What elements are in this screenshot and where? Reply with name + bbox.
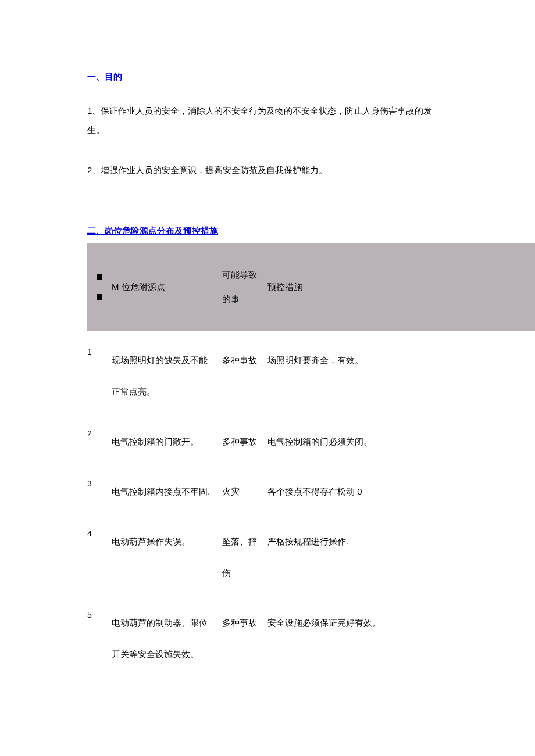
square-icon xyxy=(97,294,102,300)
cell-measure: 安全设施必须保证完好有效。 xyxy=(268,607,535,639)
table-header-event: 可能导致的事 xyxy=(222,263,268,311)
cell-measure: 场照明灯要齐全，有效。 xyxy=(268,345,535,376)
cell-event: 坠落、摔伤 xyxy=(222,526,268,589)
table-row: 1 现场照明灯的缺失及不能正常点亮。 多种事故 场照明灯要齐全，有效。 xyxy=(87,331,535,412)
table-row: 4 电动葫芦操作失误。 坠落、摔伤 严格按规程进行操作. xyxy=(87,512,535,593)
cell-num: 5 xyxy=(87,607,112,621)
cell-source: 电动葫芦操作失误。 xyxy=(112,526,222,557)
section-2-heading: 二、岗位危险源点分布及预控措施 xyxy=(87,224,448,238)
cell-event: 多种事故 xyxy=(222,345,268,376)
cell-event: 多种事故 xyxy=(222,426,268,457)
risk-table: M 位危附源点 可能导致的事 预控措施 1 现场照明灯的缺失及不能正常点亮。 多… xyxy=(87,243,535,675)
table-header-num xyxy=(87,274,112,300)
table-header-row: M 位危附源点 可能导致的事 预控措施 xyxy=(87,243,535,331)
table-row: 3 电气控制箱内接点不牢固. 火灾 各个接点不得存在松动 0 xyxy=(87,462,535,512)
cell-num: 3 xyxy=(87,476,112,490)
section-1-para-1: 1、保证作业人员的安全，消除人的不安全行为及物的不安全状态，防止人身伤害事故的发… xyxy=(87,101,448,139)
cell-event: 多种事故 xyxy=(222,607,268,639)
cell-source: 电气控制箱内接点不牢固. xyxy=(112,476,222,507)
cell-num: 4 xyxy=(87,526,112,540)
square-icon xyxy=(97,274,102,280)
section-1-heading: 一、目的 xyxy=(87,70,448,84)
table-header-source: M 位危附源点 xyxy=(112,275,222,299)
cell-event: 火灾 xyxy=(222,476,268,507)
table-row: 2 电气控制箱的门敞开。 多种事故 电气控制箱的门必须关闭。 xyxy=(87,412,535,462)
cell-num: 2 xyxy=(87,426,112,440)
cell-measure: 各个接点不得存在松动 0 xyxy=(268,476,535,507)
cell-measure: 严格按规程进行操作. xyxy=(268,526,535,557)
table-header-measure: 预控措施 xyxy=(268,275,535,299)
section-1-para-2: 2、增强作业人员的安全意识，提高安全防范及自我保护能力。 xyxy=(87,160,448,180)
cell-measure: 电气控制箱的门必须关闭。 xyxy=(268,426,535,457)
table-row: 5 电动葫芦的制动器、限位开关等安全设施失效。 多种事故 安全设施必须保证完好有… xyxy=(87,593,535,675)
cell-num: 1 xyxy=(87,345,112,359)
cell-source: 电动葫芦的制动器、限位开关等安全设施失效。 xyxy=(112,607,222,670)
cell-source: 电气控制箱的门敞开。 xyxy=(112,426,222,457)
cell-source: 现场照明灯的缺失及不能正常点亮。 xyxy=(112,345,222,407)
